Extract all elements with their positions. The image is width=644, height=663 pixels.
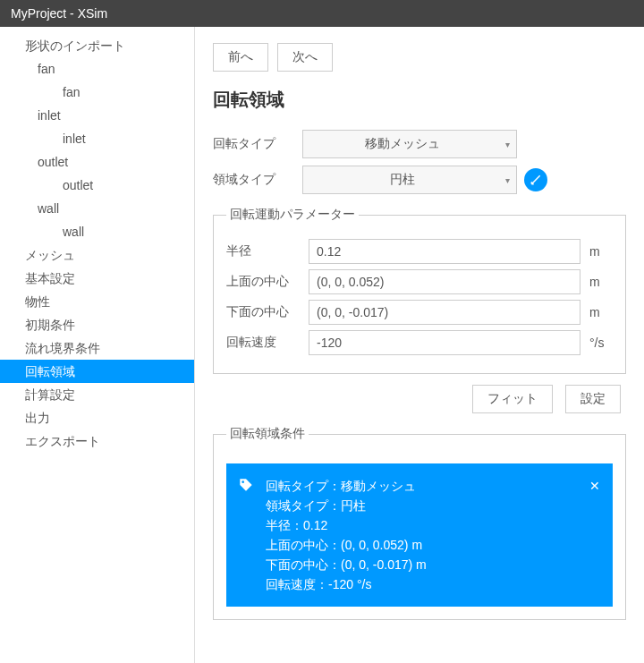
summary-line: 下面の中心：(0, 0, -0.017) m xyxy=(266,555,598,574)
main-panel: 前へ 次へ 回転領域 回転タイプ 移動メッシュ ▾ 領域タイプ 円柱 ▾ 回転運… xyxy=(195,27,644,663)
next-button[interactable]: 次へ xyxy=(277,43,333,72)
summary-card: ✕ 回転タイプ：移動メッシュ 領域タイプ：円柱 半径：0.12 上面の中心：(0… xyxy=(226,463,613,607)
bottom-center-unit: m xyxy=(580,305,613,319)
sidebar-item[interactable]: 物性 xyxy=(0,290,194,313)
radius-label: 半径 xyxy=(226,243,309,259)
sidebar-item[interactable]: 回転領域 xyxy=(0,360,194,383)
sidebar-item[interactable]: inlet xyxy=(0,104,194,127)
summary-line: 領域タイプ：円柱 xyxy=(266,496,598,515)
bottom-center-label: 下面の中心 xyxy=(226,304,309,320)
sidebar-item[interactable]: メッシュ xyxy=(0,243,194,267)
sidebar-item[interactable]: fan xyxy=(0,57,194,81)
sidebar-item[interactable]: 出力 xyxy=(0,406,194,429)
close-icon[interactable]: ✕ xyxy=(589,476,600,496)
fit-button[interactable]: フィット xyxy=(472,385,553,413)
speed-label: 回転速度 xyxy=(226,335,309,351)
page-title: 回転領域 xyxy=(213,88,626,112)
sidebar-item[interactable]: wall xyxy=(0,220,194,243)
rotation-params-fieldset: 回転運動パラメーター 半径 m 上面の中心 m 下面の中心 m 回転速度 °/s xyxy=(213,207,626,374)
speed-input[interactable] xyxy=(309,330,580,355)
top-center-input[interactable] xyxy=(309,269,580,294)
rotation-type-select[interactable]: 移動メッシュ xyxy=(302,130,517,158)
window-titlebar: MyProject - XSim xyxy=(0,0,644,27)
sidebar-item[interactable]: fan xyxy=(0,81,194,104)
summary-line: 回転タイプ：移動メッシュ xyxy=(266,476,598,496)
edit-region-icon[interactable] xyxy=(524,168,547,191)
summary-line: 回転速度：-120 °/s xyxy=(266,574,598,594)
sidebar-item[interactable]: wall xyxy=(0,197,194,220)
sidebar-item[interactable]: inlet xyxy=(0,127,194,150)
summary-fieldset: 回転領域条件 ✕ 回転タイプ：移動メッシュ 領域タイプ：円柱 半径：0.12 上… xyxy=(213,426,626,620)
radius-unit: m xyxy=(580,244,613,259)
top-center-label: 上面の中心 xyxy=(226,274,309,290)
region-type-select[interactable]: 円柱 xyxy=(302,166,517,194)
bottom-center-input[interactable] xyxy=(309,300,580,325)
rotation-type-label: 回転タイプ xyxy=(213,136,302,152)
summary-line: 上面の中心：(0, 0, 0.052) m xyxy=(266,535,598,555)
tag-icon xyxy=(239,478,253,497)
sidebar-item[interactable]: 流れ境界条件 xyxy=(0,336,194,360)
sidebar-item[interactable]: 基本設定 xyxy=(0,267,194,290)
sidebar-item[interactable]: outlet xyxy=(0,150,194,174)
top-center-unit: m xyxy=(580,275,613,289)
sidebar-item[interactable]: エクスポート xyxy=(0,429,194,453)
summary-legend: 回転領域条件 xyxy=(226,426,309,442)
svg-point-0 xyxy=(242,480,244,483)
rotation-params-legend: 回転運動パラメーター xyxy=(226,207,359,223)
speed-unit: °/s xyxy=(580,336,613,350)
sidebar-item[interactable]: 形状のインポート xyxy=(0,34,194,57)
sidebar-item[interactable]: 計算設定 xyxy=(0,383,194,406)
prev-button[interactable]: 前へ xyxy=(213,43,268,72)
set-button[interactable]: 設定 xyxy=(565,385,621,413)
region-type-label: 領域タイプ xyxy=(213,172,302,188)
radius-input[interactable] xyxy=(309,239,580,264)
sidebar-item[interactable]: outlet xyxy=(0,174,194,197)
summary-line: 半径：0.12 xyxy=(266,515,598,535)
sidebar: 形状のインポートfanfaninletinletoutletoutletwall… xyxy=(0,27,195,663)
sidebar-item[interactable]: 初期条件 xyxy=(0,313,194,336)
